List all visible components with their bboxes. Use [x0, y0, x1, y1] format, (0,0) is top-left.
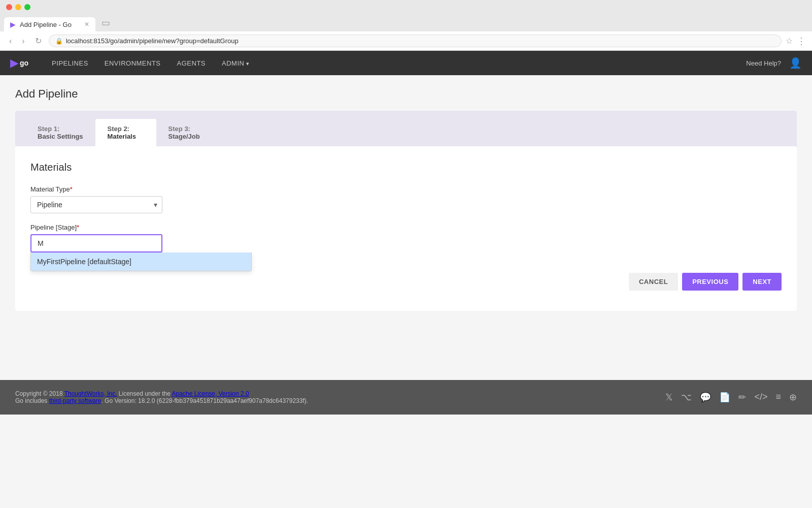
nav-links: PIPELINES ENVIRONMENTS AGENTS ADMIN [44, 52, 746, 74]
bookmark-icon[interactable]: ☆ [786, 36, 793, 46]
app-footer: Copyright © 2018 ThoughtWorks, Inc. Lice… [0, 380, 812, 415]
material-type-label: Material Type* [30, 185, 782, 193]
browser-menu-icon[interactable]: ⋮ [797, 36, 806, 47]
app-logo-text: go [20, 59, 28, 67]
app-nav: ▶ go PIPELINES ENVIRONMENTS AGENTS ADMIN… [0, 51, 812, 75]
step-3-name: Stage/Job [168, 133, 205, 140]
step-1-tab[interactable]: Step 1: Basic Settings [25, 119, 95, 146]
url-bar[interactable]: 🔒 localhost:8153/go/admin/pipeline/new?g… [49, 35, 782, 47]
nav-agents[interactable]: AGENTS [169, 52, 214, 74]
twitter-icon[interactable]: 𝕏 [665, 392, 673, 403]
tab-favicon: ▶ [10, 20, 16, 28]
step-1-name: Basic Settings [38, 133, 83, 140]
footer-line-1: Copyright © 2018 ThoughtWorks, Inc. Lice… [15, 390, 308, 397]
close-traffic-light[interactable] [6, 4, 12, 10]
github-icon[interactable]: ⌥ [681, 392, 692, 403]
required-star: * [70, 185, 73, 193]
autocomplete-item-0[interactable]: MyFirstPipeline [defaultStage] [31, 252, 251, 271]
step-2-name: Materials [108, 133, 144, 140]
app-logo: ▶ go [10, 57, 28, 69]
third-party-link[interactable]: third-party software [49, 397, 101, 404]
step-3-tab[interactable]: Step 3: Stage/Job [156, 119, 217, 146]
autocomplete-dropdown: MyFirstPipeline [defaultStage] [30, 252, 252, 271]
maximize-traffic-light[interactable] [24, 4, 30, 10]
document-icon[interactable]: 📄 [719, 392, 730, 403]
minimize-traffic-light[interactable] [15, 4, 21, 10]
list-icon[interactable]: ≡ [775, 392, 781, 403]
go-logo-icon: ▶ [10, 57, 18, 69]
nav-admin[interactable]: ADMIN [214, 52, 257, 74]
refresh-button[interactable]: ↻ [32, 35, 45, 47]
page-title: Add Pipeline [15, 87, 797, 101]
cancel-button[interactable]: CANCEL [629, 273, 678, 291]
wizard-body: Materials Material Type* Git Subversion … [15, 146, 797, 311]
tab-close-button[interactable]: ✕ [84, 21, 89, 28]
pipeline-stage-label: Pipeline [Stage]* [30, 224, 782, 231]
user-icon[interactable]: 👤 [789, 57, 802, 69]
footer-line-2: Go includes third-party software. Go Ver… [15, 397, 308, 404]
material-type-group: Material Type* Git Subversion Mercurial … [30, 185, 782, 213]
action-buttons: CANCEL PREVIOUS NEXT [30, 273, 782, 291]
pipeline-stage-group: Pipeline [Stage]* MyFirstPipeline [defau… [30, 224, 782, 252]
nav-pipelines[interactable]: PIPELINES [44, 52, 96, 74]
code-icon[interactable]: </> [754, 392, 767, 403]
material-type-select[interactable]: Git Subversion Mercurial Perforce TFS Pi… [30, 196, 162, 213]
step-2-number: Step 2: [108, 125, 144, 133]
address-bar: ‹ › ↻ 🔒 localhost:8153/go/admin/pipeline… [0, 31, 812, 51]
thoughtworks-link[interactable]: ThoughtWorks, Inc. [64, 390, 117, 397]
back-button[interactable]: ‹ [6, 36, 15, 47]
wizard-container: Step 1: Basic Settings Step 2: Materials… [15, 111, 797, 311]
chat-icon[interactable]: 💬 [700, 392, 711, 403]
materials-title: Materials [30, 162, 782, 173]
material-type-select-wrapper: Git Subversion Mercurial Perforce TFS Pi… [30, 196, 162, 213]
forward-button[interactable]: › [19, 36, 27, 47]
rss-icon[interactable]: ⊕ [789, 392, 797, 403]
previous-button[interactable]: PREVIOUS [682, 273, 738, 291]
tab-title: Add Pipeline - Go [20, 21, 72, 28]
footer-text: Copyright © 2018 ThoughtWorks, Inc. Lice… [15, 390, 308, 404]
nav-environments[interactable]: ENVIRONMENTS [96, 52, 169, 74]
apache-license-link[interactable]: Apache License, Version 2.0 [172, 390, 249, 397]
step-1-number: Step 1: [38, 125, 83, 133]
edit-icon[interactable]: ✏ [738, 392, 746, 403]
url-text: localhost:8153/go/admin/pipeline/new?gro… [66, 37, 239, 45]
browser-tab[interactable]: ▶ Add Pipeline - Go ✕ [4, 17, 95, 31]
next-button[interactable]: NEXT [742, 273, 782, 291]
lock-icon: 🔒 [55, 38, 63, 45]
new-tab-button[interactable]: ▭ [95, 14, 116, 31]
pipeline-input-container: MyFirstPipeline [defaultStage] [30, 234, 782, 252]
pipeline-stage-input[interactable] [30, 234, 162, 252]
step-2-tab[interactable]: Step 2: Materials [95, 119, 156, 146]
page-content: Add Pipeline Step 1: Basic Settings Step… [0, 75, 812, 380]
steps-header: Step 1: Basic Settings Step 2: Materials… [15, 111, 797, 146]
footer-icons: 𝕏 ⌥ 💬 📄 ✏ </> ≡ ⊕ [665, 392, 797, 403]
pipeline-stage-required-star: * [77, 224, 79, 231]
help-link[interactable]: Need Help? [746, 59, 781, 67]
step-3-number: Step 3: [168, 125, 205, 133]
